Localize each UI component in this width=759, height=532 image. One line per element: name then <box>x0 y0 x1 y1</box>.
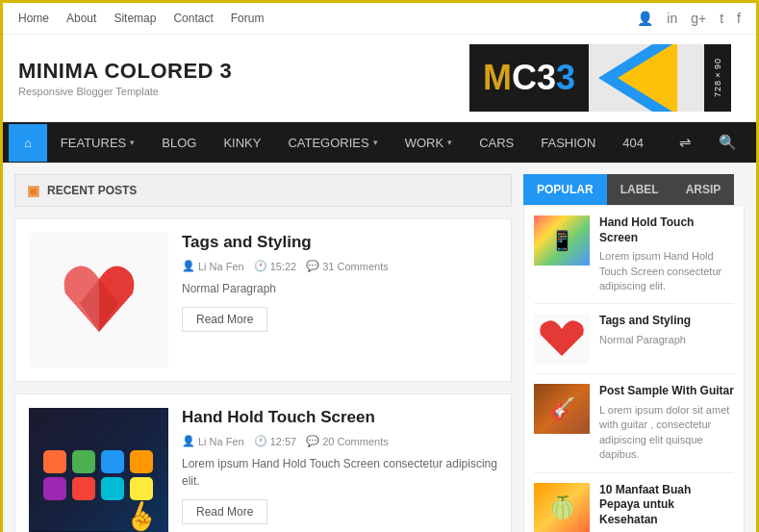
post-comments-icon: 💬 20 Comments <box>306 435 388 447</box>
nav-categories-label: CATEGORIES <box>288 136 368 150</box>
nav-work[interactable]: WORK ▾ <box>392 124 466 162</box>
app-icon <box>43 477 66 500</box>
post-comments: 20 Comments <box>322 436 388 447</box>
sidebar-post-list: 📱 Hand Hold Touch Screen Lorem ipsum Han… <box>523 205 745 532</box>
search-icon: 🔍 <box>719 134 737 150</box>
post-author: Li Na Fen <box>198 436 244 447</box>
header-title: MINIMA COLORED 3 Responsive Blogger Temp… <box>18 59 469 97</box>
app-icon <box>43 450 66 473</box>
read-more-button[interactable]: Read More <box>182 307 267 332</box>
banner-size: 728×90 <box>704 44 731 112</box>
fruit-emoji: 🍈 <box>549 495 575 520</box>
work-arrow-icon: ▾ <box>447 138 452 147</box>
post-title[interactable]: Tags and Styling <box>182 233 497 252</box>
read-more-button[interactable]: Read More <box>182 499 267 524</box>
rss-icon: ▣ <box>27 183 39 198</box>
sidebar-post-info: 10 Manfaat Buah Pepaya untuk Kesehatan N… <box>599 483 734 532</box>
home-icon: ⌂ <box>24 136 32 150</box>
post-title[interactable]: Hand Hold Touch Screen <box>182 408 497 427</box>
search-button[interactable]: 🔍 <box>705 122 750 163</box>
recent-posts-header: ▣ RECENT POSTS <box>14 174 512 207</box>
logo-c3: C3 <box>512 58 556 98</box>
logo-3: 3 <box>556 58 575 98</box>
user-icon[interactable]: 👤 <box>637 11 653 26</box>
list-item: Tags and Styling Normal Paragraph <box>534 304 734 374</box>
top-nav-links: Home About Sitemap Contact Forum <box>18 12 264 25</box>
linkedin-icon[interactable]: in <box>667 11 677 26</box>
nav-kinky[interactable]: KINKY <box>210 124 274 162</box>
sidebar-tabs: POPULAR LABEL ARSIP <box>523 174 745 205</box>
post-meta: 👤 Li Na Fen 🕐 12:57 💬 20 Comments <box>182 435 497 447</box>
features-arrow-icon: ▾ <box>130 138 135 147</box>
nav-404[interactable]: 404 <box>609 124 657 162</box>
twitter-icon[interactable]: t <box>720 11 723 26</box>
tab-popular[interactable]: POPULAR <box>523 174 607 205</box>
main-content: ▣ RECENT POSTS Tags and Styling 👤 Li Na … <box>14 174 512 532</box>
sidebar-post-title[interactable]: 10 Manfaat Buah Pepaya untuk Kesehatan <box>599 483 734 528</box>
nav-about[interactable]: About <box>66 12 96 25</box>
post-content: Tags and Styling 👤 Li Na Fen 🕐 15:22 💬 3… <box>182 233 497 367</box>
nav-blog-label: BLOG <box>162 136 196 150</box>
nav-fashion[interactable]: FASHION <box>527 124 609 162</box>
heart-graphic <box>51 255 147 346</box>
sidebar-post-title[interactable]: Post Sample With Guitar <box>599 384 734 399</box>
post-time: 12:57 <box>270 436 297 447</box>
list-item: 🍈 10 Manfaat Buah Pepaya untuk Kesehatan… <box>534 473 734 532</box>
post-thumbnail: ☝ www.heritagechristiancollege. <box>29 408 168 532</box>
post-time-icon: 🕐 15:22 <box>254 260 297 272</box>
nav-contact[interactable]: Contact <box>173 12 213 25</box>
site-title: MINIMA COLORED 3 <box>18 59 469 84</box>
sidebar-post-desc: Normal Paragraph <box>599 333 734 347</box>
sidebar-post-info: Hand Hold Touch Screen Lorem ipsum Hand … <box>599 215 734 293</box>
nav-home[interactable]: Home <box>18 12 49 25</box>
tab-label[interactable]: LABEL <box>607 174 672 205</box>
nav-blog[interactable]: BLOG <box>148 124 210 162</box>
nav-cars-label: CARS <box>479 136 514 150</box>
sidebar-post-title[interactable]: Tags and Styling <box>599 314 734 329</box>
shuffle-icon: ⇌ <box>679 134 692 150</box>
tab-arsip[interactable]: ARSIP <box>672 174 735 205</box>
app-icons-grid <box>36 443 163 508</box>
facebook-icon[interactable]: f <box>737 11 741 26</box>
nav-fashion-label: FASHION <box>541 136 595 150</box>
sidebar-post-desc: L orem ipsum dolor sit amet with guitar … <box>599 403 734 463</box>
post-author-icon: 👤 Li Na Fen <box>182 435 244 447</box>
sidebar-thumbnail: 📱 <box>534 215 590 266</box>
mc3-logo: M C3 3 <box>469 44 589 112</box>
sidebar-post-desc: Lorem ipsum Hand Hold Touch Screen conse… <box>599 249 734 293</box>
nav-categories[interactable]: CATEGORIES ▾ <box>274 124 391 162</box>
app-icon <box>130 450 153 473</box>
phone-emoji: 📱 <box>550 229 574 252</box>
logo-m: M <box>483 58 512 98</box>
content-area: ▣ RECENT POSTS Tags and Styling 👤 Li Na … <box>3 163 756 532</box>
sidebar-thumbnail <box>534 314 590 364</box>
shuffle-button[interactable]: ⇌ <box>666 122 705 163</box>
header: MINIMA COLORED 3 Responsive Blogger Temp… <box>3 35 756 122</box>
google-plus-icon[interactable]: g+ <box>691 11 706 26</box>
nav-cars[interactable]: CARS <box>466 124 527 162</box>
home-button[interactable]: ⌂ <box>9 124 47 162</box>
sidebar-heart <box>538 317 586 361</box>
nav-features[interactable]: FEATURES ▾ <box>47 124 148 162</box>
categories-arrow-icon: ▾ <box>373 138 378 147</box>
sidebar-post-info: Post Sample With Guitar L orem ipsum dol… <box>599 384 734 462</box>
post-card: Tags and Styling 👤 Li Na Fen 🕐 15:22 💬 3… <box>14 218 512 382</box>
nav-kinky-label: KINKY <box>223 136 261 150</box>
post-content: Hand Hold Touch Screen 👤 Li Na Fen 🕐 12:… <box>182 408 497 532</box>
app-icon <box>72 477 95 500</box>
nav-features-label: FEATURES <box>61 136 126 150</box>
sidebar-thumbnail: 🎸 <box>534 384 590 434</box>
app-icon <box>101 450 124 473</box>
nav-forum[interactable]: Forum <box>231 12 265 25</box>
sidebar-post-title[interactable]: Hand Hold Touch Screen <box>599 215 734 245</box>
post-comments: 31 Comments <box>322 261 388 272</box>
post-meta: 👤 Li Na Fen 🕐 15:22 💬 31 Comments <box>182 260 497 272</box>
sidebar: POPULAR LABEL ARSIP 📱 Hand Hold Touch Sc… <box>523 174 745 532</box>
post-time-icon: 🕐 12:57 <box>254 435 297 447</box>
nav-404-label: 404 <box>622 136 644 150</box>
site-subtitle: Responsive Blogger Template <box>18 86 469 97</box>
nav-sitemap[interactable]: Sitemap <box>114 12 156 25</box>
nav-work-label: WORK <box>405 136 443 150</box>
post-time: 15:22 <box>270 261 297 272</box>
post-thumbnail <box>29 233 168 367</box>
